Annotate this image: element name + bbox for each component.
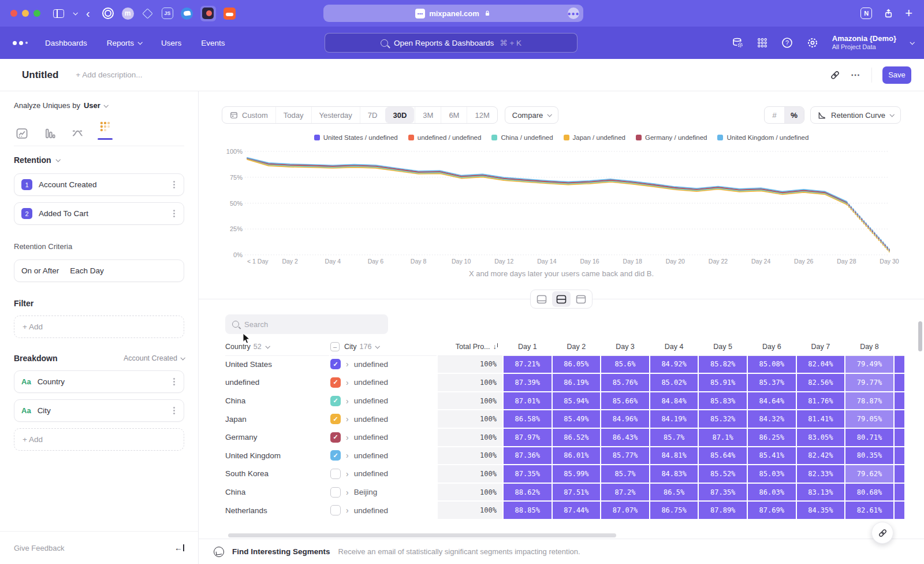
kebab-menu-icon[interactable] [173,410,175,411]
kebab-menu-icon[interactable] [173,213,175,214]
day-cell[interactable]: 85.08% [748,356,796,373]
segments-title[interactable]: Find Interesting Segments [232,547,330,556]
row-checkbox[interactable]: ✓ [330,396,341,406]
window-controls[interactable] [10,10,40,17]
day-cell[interactable]: 79.77% [845,374,893,391]
day-cell[interactable] [895,429,904,446]
day-cell[interactable]: 84.32% [748,410,796,428]
expand-row-icon[interactable]: › [346,378,349,387]
legend-item[interactable]: United Kingdom / undefined [717,134,808,141]
row-checkbox[interactable]: ✓ [330,414,341,424]
retention-curve-chart[interactable]: 100%75%50%25%0%< 1 DayDay 2Day 4Day 6Day… [222,146,901,268]
day-cell[interactable]: 81.41% [797,410,845,428]
day-cell[interactable]: 87.1% [699,429,747,446]
horizontal-scrollbar[interactable] [228,533,616,537]
day-cell[interactable]: 85.02% [650,374,698,391]
day-cell[interactable]: 86.75% [650,502,698,519]
column-header-day[interactable]: Day 8 [845,337,893,356]
table-row-country[interactable]: Germany [225,429,329,446]
day-cell[interactable] [895,465,904,483]
day-cell[interactable]: 81.76% [797,392,845,410]
table-row-country[interactable]: China [225,484,329,501]
row-checkbox[interactable] [330,487,341,498]
more-options-icon[interactable]: ⋯ [851,69,861,80]
sort-descending-icon[interactable]: ↓ [493,343,498,351]
row-checkbox[interactable]: ✓ [330,450,341,461]
column-header-day[interactable]: Day 5 [699,337,747,356]
chevron-down-icon[interactable] [73,10,77,15]
select-all-checkbox-indeterminate[interactable]: – [330,342,340,351]
day-cell[interactable]: 87.01% [504,392,552,410]
nav-item-reports[interactable]: Reports [107,39,141,47]
day-cell[interactable]: 82.61% [845,502,893,519]
day-cell[interactable]: 84.96% [601,410,649,428]
row-checkbox[interactable]: ✓ [330,377,341,388]
table-row-country[interactable]: China [225,392,329,410]
expand-row-icon[interactable]: › [346,396,349,406]
new-tab-icon[interactable]: + [905,7,912,20]
day-cell[interactable]: 85.99% [553,465,601,483]
table-row-country[interactable]: Netherlands [225,502,329,519]
password-extension-icon[interactable] [102,7,114,20]
day-cell[interactable]: 86.43% [601,429,649,446]
collapse-sidebar-icon[interactable]: ← [174,544,184,551]
day-cell[interactable]: 87.97% [504,429,552,446]
percent-unit-button[interactable]: % [784,107,804,123]
js-extension-icon[interactable]: JS [162,8,173,19]
column-header-day[interactable]: Day 2 [553,337,601,356]
day-cell[interactable]: 82.04% [797,356,845,373]
legend-item[interactable]: undefined / undefined [408,134,482,141]
row-checkbox[interactable]: ✓ [330,359,341,369]
column-header-city[interactable]: –City176 [330,337,437,356]
save-button[interactable]: Save [882,66,911,84]
range-30d[interactable]: 30D [385,107,414,123]
day-cell[interactable]: 82.42% [797,447,845,465]
expand-row-icon[interactable]: › [346,506,349,515]
day-cell[interactable]: 88.85% [504,502,552,519]
day-cell[interactable]: 85.41% [748,447,796,465]
day-cell[interactable]: 79.05% [845,410,893,428]
tab-flows[interactable] [69,127,85,140]
day-cell[interactable]: 86.05% [553,356,601,373]
add-breakdown-button[interactable]: + Add [14,428,184,451]
day-cell[interactable]: 79.49% [845,356,893,373]
breakdown-event-selector[interactable]: Account Created [124,354,184,362]
apps-grid-icon[interactable] [757,38,767,48]
day-cell[interactable]: 87.2% [601,484,649,501]
column-header-day[interactable] [895,337,904,356]
day-cell[interactable]: 85.32% [699,410,747,428]
retention-step-card[interactable]: 2Added To Cart [14,202,184,225]
legend-item[interactable]: United States / undefined [314,134,398,141]
day-cell[interactable]: 87.51% [553,484,601,501]
copy-link-icon[interactable] [830,70,840,80]
range-yesterday[interactable]: Yesterday [311,107,360,123]
range-12m[interactable]: 12M [467,107,497,123]
m-extension-icon[interactable]: m [122,8,134,20]
legend-item[interactable]: Japan / undefined [564,134,625,141]
day-cell[interactable]: 88.62% [504,484,552,501]
expand-row-icon[interactable]: › [346,433,349,442]
range-today[interactable]: Today [275,107,311,123]
expand-row-icon[interactable]: › [346,451,349,460]
expand-row-icon[interactable]: › [346,359,349,369]
close-window-button[interactable] [10,10,17,17]
day-cell[interactable]: 85.77% [601,447,649,465]
settings-gear-icon[interactable] [807,37,818,49]
day-cell[interactable]: 85.83% [699,392,747,410]
criteria-interval[interactable]: Each Day [70,266,104,275]
expand-row-icon[interactable]: › [346,414,349,424]
day-cell[interactable]: 87.35% [504,465,552,483]
day-cell[interactable]: 87.39% [504,374,552,391]
day-cell[interactable]: 86.52% [553,429,601,446]
day-cell[interactable]: 86.58% [504,410,552,428]
range-7d[interactable]: 7D [360,107,385,123]
column-header-day[interactable]: Day 3 [601,337,649,356]
column-header-day[interactable]: Day 7 [797,337,845,356]
retention-step-card[interactable]: 1Account Created [14,173,184,196]
breakdown-card[interactable]: AaCity [14,399,184,422]
breakdown-card[interactable]: AaCountry [14,370,184,393]
cube-extension-icon[interactable] [141,7,154,20]
add-description[interactable]: + Add description... [76,70,142,79]
day-cell[interactable]: 84.84% [650,392,698,410]
range-custom[interactable]: Custom [222,107,275,123]
